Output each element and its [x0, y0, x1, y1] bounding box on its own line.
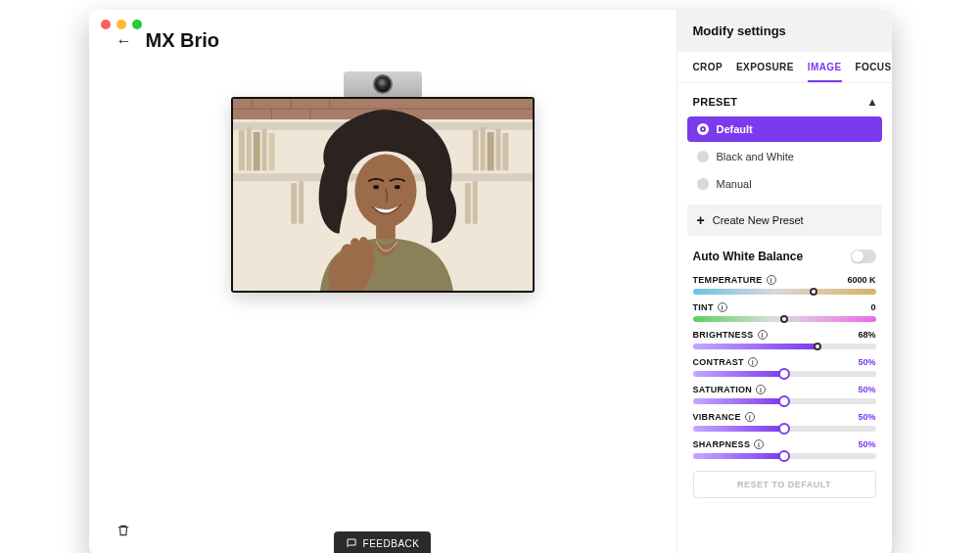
page-title: MX Brio: [146, 29, 220, 52]
slider-fill: [693, 371, 785, 377]
sharpness-label: SHARPNESS: [693, 439, 751, 449]
slider-thumb[interactable]: [810, 288, 817, 296]
slider-thumb[interactable]: [814, 343, 821, 350]
chat-icon: [346, 537, 357, 549]
preset-bw[interactable]: Black and White: [687, 144, 882, 169]
svg-point-26: [394, 185, 399, 189]
preview-container: [113, 71, 653, 293]
tab-image[interactable]: IMAGE: [808, 62, 842, 82]
slider-fill: [693, 344, 817, 349]
temperature-label: TEMPERATURE: [693, 275, 763, 285]
info-icon[interactable]: i: [745, 412, 755, 422]
svg-point-25: [373, 185, 379, 189]
slider-fill: [693, 426, 785, 432]
camera-preview: [231, 97, 535, 293]
slider-thumb[interactable]: [778, 450, 790, 462]
feedback-button[interactable]: FEEDBACK: [334, 531, 432, 553]
tint-value: 0: [870, 302, 875, 312]
slider-fill: [693, 398, 785, 404]
svg-rect-9: [480, 127, 485, 170]
slider-thumb[interactable]: [780, 315, 788, 323]
slider-thumb[interactable]: [778, 368, 790, 380]
info-icon[interactable]: i: [718, 302, 727, 312]
tab-focus[interactable]: FOCUS: [856, 62, 892, 82]
reset-button[interactable]: RESET TO DEFAULT: [693, 471, 876, 498]
svg-rect-16: [472, 181, 477, 223]
plus-icon: +: [697, 212, 705, 228]
preset-list: Default Black and White Manual: [677, 116, 892, 197]
radio-icon: [697, 178, 709, 190]
feedback-label: FEEDBACK: [363, 538, 420, 549]
create-preset-label: Create New Preset: [713, 214, 804, 226]
awb-row: Auto White Balance: [677, 236, 892, 269]
info-icon[interactable]: i: [756, 385, 766, 394]
temperature-track[interactable]: [693, 289, 876, 295]
awb-toggle[interactable]: [851, 250, 876, 263]
svg-rect-12: [502, 133, 508, 170]
contrast-label: CONTRAST: [693, 357, 744, 367]
preset-section-label: PRESET: [693, 96, 738, 108]
delete-icon[interactable]: [113, 520, 134, 541]
main-header: ← MX Brio: [117, 29, 653, 52]
radio-selected-icon: [697, 123, 709, 135]
saturation-track[interactable]: [693, 398, 876, 404]
tab-exposure[interactable]: EXPOSURE: [736, 62, 794, 82]
tint-label: TINT: [693, 302, 714, 312]
temperature-value: 6000 K: [847, 275, 875, 285]
webcam-device-graphic: [344, 71, 422, 97]
back-arrow-icon[interactable]: ←: [117, 32, 132, 50]
slider-fill: [693, 453, 785, 459]
radio-icon: [697, 151, 709, 162]
info-icon[interactable]: i: [758, 330, 768, 340]
slider-vibrance: VIBRANCEi 50%: [677, 406, 892, 434]
vibrance-value: 50%: [858, 412, 875, 422]
preset-label: Manual: [717, 178, 752, 190]
svg-rect-13: [291, 183, 297, 223]
settings-tabs: CROP EXPOSURE IMAGE FOCUS: [677, 52, 892, 83]
svg-rect-15: [464, 183, 470, 223]
slider-temperature: TEMPERATUREi 6000 K: [677, 269, 892, 297]
tab-crop[interactable]: CROP: [693, 62, 723, 82]
slider-thumb[interactable]: [778, 395, 790, 407]
slider-tint: TINTi 0: [677, 297, 892, 324]
webcam-lens-icon: [373, 74, 393, 94]
svg-rect-7: [268, 133, 274, 170]
svg-rect-10: [487, 132, 493, 170]
svg-rect-4: [246, 127, 251, 170]
vibrance-track[interactable]: [693, 426, 876, 432]
panel-title: Modify settings: [677, 10, 892, 52]
info-icon[interactable]: i: [767, 275, 776, 285]
svg-rect-6: [261, 129, 266, 170]
brightness-track[interactable]: [693, 344, 876, 349]
svg-rect-11: [495, 129, 500, 170]
settings-panel: Modify settings CROP EXPOSURE IMAGE FOCU…: [677, 10, 892, 553]
saturation-value: 50%: [858, 385, 875, 394]
preset-section-header[interactable]: PRESET ▴: [677, 83, 892, 116]
info-icon[interactable]: i: [754, 439, 764, 449]
svg-rect-14: [299, 181, 303, 223]
awb-label: Auto White Balance: [693, 250, 804, 263]
preset-label: Default: [717, 123, 753, 135]
brightness-label: BRIGHTNESS: [693, 330, 754, 340]
preset-label: Black and White: [717, 151, 794, 162]
vibrance-label: VIBRANCE: [693, 412, 741, 422]
app-window: ← MX Brio: [89, 10, 892, 553]
main-area: ← MX Brio: [89, 10, 677, 553]
preset-default[interactable]: Default: [687, 116, 882, 142]
preset-manual[interactable]: Manual: [687, 171, 882, 197]
tint-track[interactable]: [693, 316, 876, 322]
saturation-label: SATURATION: [693, 385, 753, 394]
slider-contrast: CONTRASTi 50%: [677, 351, 892, 379]
svg-rect-8: [472, 130, 478, 170]
slider-thumb[interactable]: [778, 423, 790, 435]
svg-rect-3: [238, 130, 244, 170]
contrast-track[interactable]: [693, 371, 876, 377]
info-icon[interactable]: i: [748, 357, 758, 367]
brightness-value: 68%: [858, 330, 875, 340]
contrast-value: 50%: [858, 357, 875, 367]
chevron-up-icon: ▴: [869, 95, 875, 109]
sharpness-track[interactable]: [693, 453, 876, 459]
slider-brightness: BRIGHTNESSi 68%: [677, 324, 892, 351]
slider-saturation: SATURATIONi 50%: [677, 379, 892, 406]
create-preset-button[interactable]: + Create New Preset: [687, 205, 882, 236]
